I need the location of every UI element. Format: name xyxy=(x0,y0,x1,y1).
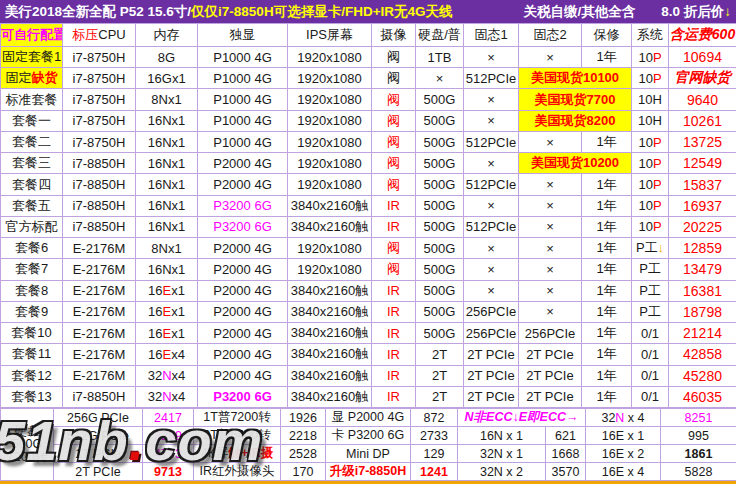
cell: i7-8750H xyxy=(63,47,136,68)
cell: 独显 xyxy=(198,24,288,47)
cell: 套餐8 xyxy=(1,280,63,301)
cell: 16Nx1 xyxy=(136,216,198,237)
cell: 2T PCIe xyxy=(464,365,519,386)
cell: 8Nx1 xyxy=(136,238,198,259)
table-row: 套餐10E-2176M16Ex1P2000 4G3840x2160触IR500G… xyxy=(1,323,736,344)
cell: 512G PCIe xyxy=(54,427,143,445)
config-price-table: 可自行配置标压CPU内存独显IPS屏幕摄像硬盘/普固态1固态2保修系统含运费60… xyxy=(0,23,736,408)
table-row: 套餐四i7-8850H16Nx1P2000 4G1920x1080阀500G51… xyxy=(1,174,736,195)
cell: 1年 xyxy=(582,280,632,301)
cell: 1年 xyxy=(582,238,632,259)
cell: 3840x2160触 xyxy=(288,280,372,301)
text-segment: E xyxy=(163,283,172,298)
cell: P2000 4G xyxy=(198,238,288,259)
cell: 4773 xyxy=(143,445,194,463)
table-row: 官方标配i7-8850H16Nx1P3200 6G3840x2160触IR500… xyxy=(1,216,736,237)
cell: 995 xyxy=(661,427,736,445)
cell: 套餐11 xyxy=(1,344,63,365)
text-segment: 10 xyxy=(638,177,652,192)
cell: 20225 xyxy=(669,216,736,237)
cell: 固定套餐1 xyxy=(1,47,63,68)
cell: 256PCIe xyxy=(464,323,519,344)
cell: × xyxy=(519,47,582,68)
cell: P1000 4G xyxy=(198,47,288,68)
text-segment: 10 xyxy=(638,50,652,65)
cell: 32Nx4 xyxy=(136,365,198,386)
cell: × xyxy=(464,280,519,301)
cell: 含运费600 xyxy=(669,24,736,47)
cell: 16E x 1 xyxy=(586,427,661,445)
cell: 13725 xyxy=(669,131,736,152)
cell: P2000 4G xyxy=(198,280,288,301)
cell: i7-8750H xyxy=(63,131,136,152)
cell: 16Nx1 xyxy=(136,259,198,280)
cell: 2T PCIe xyxy=(54,463,143,481)
text-segment: x1 xyxy=(171,304,185,319)
cell: 129 xyxy=(411,445,458,463)
cell: 500G xyxy=(416,195,464,216)
cell: × xyxy=(519,216,582,237)
cell: 3840x2160触 xyxy=(288,344,372,365)
cell: 2T xyxy=(416,386,464,407)
cell: 阀 xyxy=(372,131,416,152)
cell: 12859 xyxy=(669,238,736,259)
cell: 8Nx1 xyxy=(136,89,198,110)
cell: 2T PCIe xyxy=(519,365,582,386)
cell: 46035 xyxy=(669,386,736,407)
text-segment: 4K屏 xyxy=(201,446,229,460)
cell: × xyxy=(464,238,519,259)
cell: 10261 xyxy=(669,110,736,131)
text-segment: P工 xyxy=(636,240,658,255)
cell: 2T xyxy=(416,344,464,365)
cell: 500G xyxy=(416,259,464,280)
cell: 16Nx1 xyxy=(136,153,198,174)
text-segment: 32 xyxy=(601,411,615,425)
table-row: 套餐9E-2176M16Ex1P2000 4G3840x2160触IR500G2… xyxy=(1,301,736,322)
cell: 美国现货7700 xyxy=(519,89,632,110)
cell: 9713 xyxy=(143,463,194,481)
cell: 500G xyxy=(416,131,464,152)
cell: E-2176M xyxy=(63,280,136,301)
cell: 8251 xyxy=(661,409,736,427)
cell: N非ECC↓E即ECC→ xyxy=(458,409,586,427)
cell: 16N x 1 xyxy=(458,427,546,445)
text-segment: 32 xyxy=(148,389,162,404)
cell: 16Nx1 xyxy=(136,174,198,195)
cell: 标压CPU xyxy=(63,24,136,47)
cell: 3840x2160触 xyxy=(288,323,372,344)
cell: 1年 xyxy=(582,259,632,280)
cell: P2000 4G xyxy=(198,323,288,344)
cell: × xyxy=(464,110,519,131)
cell: P3200 6G xyxy=(198,386,288,407)
cell: P2000 4G xyxy=(198,344,288,365)
table-row: 套餐三i7-8850H16Nx1P2000 4G1920x1080阀500G×美… xyxy=(1,153,736,174)
cell: 500G xyxy=(416,301,464,322)
text-segment: 10 xyxy=(638,135,652,150)
banner-right: 关税自缴/其他全含8.0 折后价↓ xyxy=(523,3,731,21)
cell: 9640 xyxy=(669,89,736,110)
text-segment: P xyxy=(653,198,662,213)
cell: 内存 xyxy=(136,24,198,47)
cell: P3200 6G xyxy=(198,216,288,237)
cell: 42858 xyxy=(669,344,736,365)
cell: 1920x1080 xyxy=(288,259,372,280)
text-segment: 触+IR摄 xyxy=(228,446,273,460)
cell: 500G xyxy=(416,323,464,344)
table-row: 512G PCIe32892T普5400转2218卡 P3200 6G27331… xyxy=(1,427,736,445)
cell: 卡 P3200 6G xyxy=(326,427,411,445)
cell: IR xyxy=(372,323,416,344)
text-segment: x1 xyxy=(171,326,185,341)
text-segment: E xyxy=(163,347,172,362)
cell: 阀 xyxy=(372,259,416,280)
table-row: 套餐一i7-8750H16Nx1P1000 4G1920x1080阀500G×美… xyxy=(1,110,736,131)
text-segment: 缺货 xyxy=(32,70,58,85)
cell: 2528 xyxy=(281,445,326,463)
cell: P1000 4G xyxy=(198,131,288,152)
cell: P2000 4G xyxy=(198,259,288,280)
table-row: 2T PCIe9713IR红外摄像头170升级i7-8850H124132N x… xyxy=(1,463,736,481)
cell: 官网缺货 xyxy=(669,68,736,89)
text-segment: 10 xyxy=(638,71,652,86)
cell: 1920x1080 xyxy=(288,89,372,110)
cell: 170 xyxy=(281,463,326,481)
cell: 32N x 1 xyxy=(458,445,546,463)
